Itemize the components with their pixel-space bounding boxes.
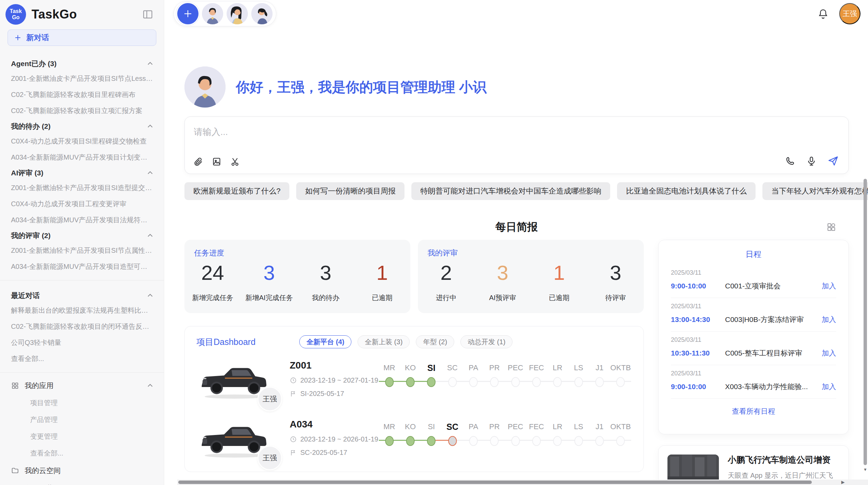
folder-icon — [11, 467, 19, 475]
milestone-label-current: SI — [421, 361, 442, 374]
schedule-name: C003|H0B-方案冻结评审 — [725, 315, 816, 324]
sidebar-collapse-button[interactable] — [141, 7, 155, 22]
sidebar-item[interactable]: A034-全新新能源MUV产品开发项目法规符合性评审 — [11, 212, 154, 228]
news-card[interactable]: 小鹏飞行汽车制造公司增资 天眼查 App 显示，近日广州汇天飞行汽... — [658, 445, 849, 485]
app-title: TaskGo — [32, 7, 135, 22]
milestone-label: FEC — [526, 361, 547, 374]
panel-collapse-icon — [142, 9, 154, 20]
project-code: Z001 — [290, 360, 379, 371]
suggestion-chip[interactable]: 欧洲新规最近颁布了什么? — [184, 182, 289, 200]
schedule-time: 9:00-10:00 — [671, 282, 725, 290]
milestone-dot — [616, 377, 625, 387]
sidebar-scroll-area: Agent已办 (3) Z001-全新燃油皮卡产品开发项目SI节点Lesson … — [0, 51, 164, 485]
app-item-project-mgmt[interactable]: 项目管理 — [0, 395, 164, 411]
stat-new-ai-completed: 3 新增AI完成任务 — [241, 262, 298, 302]
filter-pill-yeartype[interactable]: 年型 (2) — [416, 335, 454, 348]
sidebar-item[interactable]: Z001-全新燃油皮卡产品开发项目SI节点Lesson Learn报告 — [11, 71, 154, 87]
section-my-review[interactable]: 我的评审 (2) — [11, 228, 154, 242]
milestone-dot — [616, 436, 625, 446]
briefing-layout-button[interactable] — [825, 221, 838, 234]
apps-view-all[interactable]: 查看全部... — [0, 445, 164, 462]
milestone-dot — [595, 377, 604, 387]
recent-chat-item[interactable]: 公司Q3轻卡销量 — [11, 335, 154, 351]
logo-line-2: Go — [12, 14, 20, 21]
dashboard-grid-icon — [826, 222, 836, 232]
screenshot-button[interactable] — [229, 156, 241, 167]
app-item-product-mgmt[interactable]: 产品管理 — [0, 411, 164, 428]
new-chat-label: 新对话 — [26, 33, 49, 43]
project-dashboard-card: 项目Dashboard 全新平台 (4) 全新上装 (3) 年型 (2) 动总开… — [184, 326, 644, 472]
send-button[interactable] — [827, 154, 840, 167]
project-row-z001[interactable]: 王强 Z001 2023-12-19 ~ 2027-01-19 — [185, 350, 643, 404]
join-meeting-button[interactable]: 加入 — [816, 348, 836, 358]
join-meeting-button[interactable]: 加入 — [816, 281, 836, 291]
milestone-dot — [553, 436, 562, 446]
composer-tools-left — [192, 156, 241, 167]
suggestion-chip[interactable]: 特朗普可能对进口汽车增税会对中国车企造成哪些影响 — [411, 182, 610, 200]
stat-review-overdue: 1 已逾期 — [531, 262, 588, 302]
horizontal-scrollbar[interactable]: ▶ — [177, 480, 868, 485]
schedule-time: 13:00-14:30 — [671, 315, 725, 324]
sidebar-item[interactable]: C02-飞腾新能源轻客改款项目里程碑画布 — [11, 87, 154, 103]
join-meeting-button[interactable]: 加入 — [816, 382, 836, 391]
project-owner-badge: 王强 — [257, 446, 282, 470]
filter-pill-platform[interactable]: 全新平台 (4) — [299, 335, 351, 348]
milestone-label: KO — [400, 361, 421, 374]
voice-call-button[interactable] — [784, 155, 796, 167]
stat-label: 已逾期 — [531, 293, 588, 302]
view-all-schedule-button[interactable]: 查看所有日程 — [730, 406, 777, 416]
horizontal-scrollbar-thumb[interactable] — [178, 481, 812, 484]
vertical-scrollbar-thumb[interactable] — [864, 179, 867, 465]
suggestion-chip[interactable]: 比亚迪全固态电池计划具体说了什么 — [617, 182, 756, 200]
filter-pill-powertrain[interactable]: 动总开发 (1) — [460, 335, 513, 348]
sidebar-item[interactable]: A034-全新新能源MUV产品开发项目计划变更表编写 — [11, 149, 154, 165]
schedule-date: 2025/03/11 — [671, 269, 836, 276]
suggestion-chip[interactable]: 当下年轻人对汽车外观有怎样的喜好趋势 — [762, 182, 868, 200]
composer — [184, 116, 849, 174]
insert-image-button[interactable] — [211, 156, 222, 167]
sidebar-item-favorites[interactable]: 我的收藏 — [0, 480, 164, 485]
project-owner-badge: 王强 — [257, 387, 282, 411]
new-chat-button[interactable]: 新对话 — [8, 29, 156, 46]
milestone-label: OKTB — [610, 361, 631, 374]
filter-pill-body[interactable]: 全新上装 (3) — [358, 335, 410, 348]
recent-chat-item[interactable]: C02-飞腾新能源轻客改款项目的闭环通告反馈情况 — [11, 319, 154, 335]
section-title: 我的评审 (2) — [11, 231, 51, 240]
project-next-milestone: SC-2025-05-17 — [290, 449, 379, 457]
sidebar-item[interactable]: A034-全新新能源MUV产品开发项目造型可行性评审 — [11, 259, 154, 275]
schedule-time: 9:00-10:00 — [671, 383, 725, 391]
sidebar-item[interactable]: C0X4-动力总成开发项目工程变更评审 — [11, 196, 154, 212]
section-ai-review[interactable]: AI评审 (3) — [11, 165, 154, 180]
sidebar-item[interactable]: C02-飞腾新能源轻客改款项目立项汇报方案 — [11, 103, 154, 119]
main-area: 王强 你好，王强，我是你的项目管理助理 小识 — [164, 0, 868, 485]
section-title: 最近对话 — [11, 291, 40, 300]
briefing-header: 每日简报 — [184, 220, 849, 235]
attach-file-button[interactable] — [192, 156, 204, 167]
sidebar-item[interactable]: Z001-全新燃油轻卡产品开发项目SI节点属性5D文件评审 — [11, 242, 154, 259]
app-item-change-mgmt[interactable]: 变更管理 — [0, 428, 164, 445]
vertical-scrollbar[interactable]: ▼ — [863, 178, 868, 480]
recent-chat-item[interactable]: 解释最新出台的欧盟报废车法规再生塑料比例被调至15%... — [11, 302, 154, 319]
sidebar-item[interactable]: Z001-全新燃油轻卡产品开发项目SI造型提交物评审 — [11, 180, 154, 196]
suggestion-chip[interactable]: 如何写一份清晰的项目周报 — [296, 182, 405, 200]
project-row-a034[interactable]: 王强 A034 2023-12-19 ~ 2026-01-19 — [185, 409, 643, 463]
sidebar-item-my-apps[interactable]: 我的应用 — [0, 377, 164, 395]
section-agent-done[interactable]: Agent已办 (3) — [11, 56, 154, 71]
suggestion-chips: 欧洲新规最近颁布了什么? 如何写一份清晰的项目周报 特朗普可能对进口汽车增税会对… — [184, 182, 849, 200]
message-input[interactable] — [193, 123, 840, 141]
schedule-card: 日程 2025/03/11 9:00-10:00 C001-立项审批会 加入 2… — [658, 240, 849, 434]
milestone-label: PEC — [505, 420, 526, 433]
sidebar-item-cloud-space[interactable]: 我的云空间 — [0, 462, 164, 480]
section-recent-chats[interactable]: 最近对话 — [11, 288, 154, 302]
scroll-right-arrow[interactable]: ▶ — [841, 480, 845, 485]
recent-view-all[interactable]: 查看全部... — [11, 351, 154, 367]
schedule-item: 2025/03/11 9:00-10:00 C001-立项审批会 加入 — [671, 264, 836, 298]
chevron-up-icon — [147, 123, 154, 130]
voice-input-button[interactable] — [805, 155, 818, 167]
join-meeting-button[interactable]: 加入 — [816, 315, 836, 324]
project-info: Z001 2023-12-19 ~ 2027-01-19 — [281, 359, 379, 398]
news-title: 小鹏飞行汽车制造公司增资 — [728, 455, 840, 465]
section-my-todo[interactable]: 我的待办 (2) — [11, 119, 154, 133]
sidebar-item[interactable]: C0X4-动力总成开发项目SI里程碑提交物检查 — [11, 133, 154, 149]
scroll-down-arrow[interactable]: ▼ — [863, 467, 867, 472]
